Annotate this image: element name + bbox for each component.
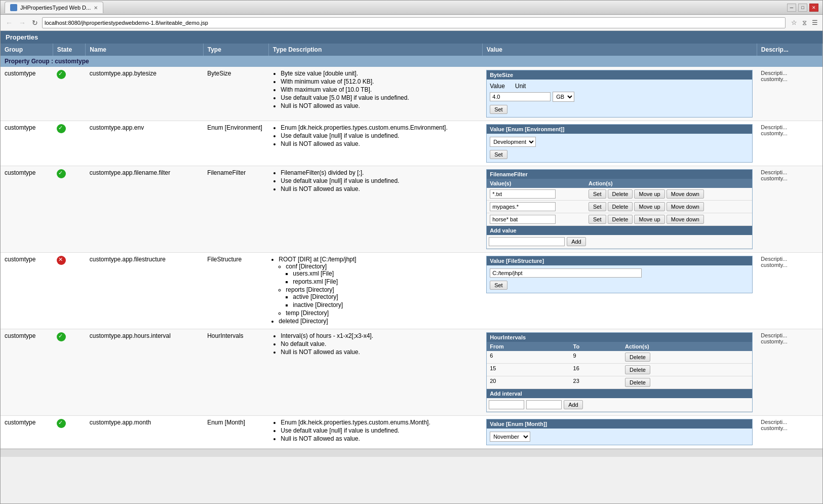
- ff-movedown-btn-2[interactable]: Move down: [667, 202, 704, 211]
- bookmark-icon[interactable]: ☆: [790, 18, 799, 28]
- cell-desc-ff: Descripti... customty...: [757, 166, 822, 253]
- ff-filter-input-2[interactable]: [490, 202, 556, 211]
- ff-add-input[interactable]: [489, 237, 565, 246]
- cell-name-bytesize: customtype.app.bytesize: [86, 67, 203, 121]
- hi-from-1: 6: [487, 351, 570, 364]
- list-item: With maximum value of [10.0 TB].: [281, 86, 478, 93]
- hi-interval-row-2: 15 16 Delete: [487, 364, 752, 376]
- table-row: customtype customtype.app.month Enum [Mo…: [1, 416, 822, 449]
- bytesize-set-button[interactable]: Set: [490, 105, 507, 114]
- col-header-desc: Descrip...: [757, 44, 822, 56]
- refresh-button[interactable]: ↻: [30, 18, 40, 28]
- list-item: ROOT [DIR] at [C:/temp/jhpt] conf [Direc…: [279, 256, 478, 317]
- hi-col-to: To: [570, 342, 622, 351]
- hi-add-cell: Add interval Add: [487, 389, 752, 412]
- env-set-button[interactable]: Set: [490, 150, 507, 159]
- cell-group-hi: customtype: [1, 329, 53, 416]
- ff-filter-input-1[interactable]: [490, 189, 556, 199]
- minimize-button[interactable]: ─: [787, 4, 796, 12]
- hi-col-actions: Action(s): [622, 342, 752, 351]
- ff-widget: FilenameFilter Value(s) Action(s): [486, 169, 753, 249]
- month-select[interactable]: November January February March April Ma…: [490, 432, 530, 442]
- cell-group-month: customtype: [1, 416, 53, 449]
- desc-text2: customty...: [761, 262, 818, 268]
- fs-widget: Value [FileStructure] Set: [486, 256, 753, 293]
- ff-delete-btn-3[interactable]: Delete: [608, 215, 633, 224]
- ff-set-btn-3[interactable]: Set: [589, 215, 606, 224]
- properties-header: Properties: [1, 31, 822, 44]
- bytesize-value-label: Value: [490, 83, 505, 90]
- fs-widget-body: Set: [487, 265, 752, 293]
- nav-bar: ← → ↻ ☆ ⧖ ☰: [1, 15, 822, 31]
- list-item: Use default value [null] if value is und…: [281, 132, 478, 139]
- close-button[interactable]: ✕: [809, 4, 818, 12]
- cell-group-fs: customtype: [1, 253, 53, 329]
- ff-widget-title: FilenameFilter: [487, 170, 752, 179]
- extensions-icon[interactable]: ⧖: [801, 18, 808, 28]
- ff-movedown-btn-1[interactable]: Move down: [667, 189, 704, 199]
- state-icon-green: [57, 332, 66, 341]
- hi-to-input[interactable]: [526, 400, 562, 409]
- list-item: Use default value [5.0 MB] if value is u…: [281, 94, 478, 101]
- hi-from-input[interactable]: [489, 400, 524, 409]
- ff-add-button[interactable]: Add: [567, 237, 586, 246]
- bytesize-widget-body: Value Unit GB KB MB: [487, 80, 752, 117]
- cell-type-ff: FilenameFilter: [203, 166, 268, 253]
- ff-filter-input-3[interactable]: [490, 215, 556, 224]
- ff-movedown-btn-3[interactable]: Move down: [667, 215, 704, 224]
- table-row: customtype customtype.app.bytesize ByteS…: [1, 67, 822, 121]
- ff-moveup-btn-2[interactable]: Move up: [634, 202, 664, 211]
- cell-state-bytesize: [53, 67, 86, 121]
- back-button[interactable]: ←: [4, 18, 15, 28]
- month-widget-body: November January February March April Ma…: [487, 429, 752, 445]
- ff-moveup-btn-1[interactable]: Move up: [634, 189, 664, 199]
- hi-interval-row-1: 6 9 Delete: [487, 351, 752, 364]
- cell-type-bytesize: ByteSize: [203, 67, 268, 121]
- ff-delete-btn-2[interactable]: Delete: [608, 202, 633, 211]
- cell-state-hi: [53, 329, 86, 416]
- col-header-name: Name: [86, 44, 203, 56]
- ff-set-btn-2[interactable]: Set: [589, 202, 606, 211]
- cell-type-fs: FileStructure: [203, 253, 268, 329]
- ff-set-btn-1[interactable]: Set: [589, 189, 606, 199]
- fs-value-input[interactable]: [490, 268, 642, 278]
- env-select[interactable]: Development Test Production: [490, 137, 536, 147]
- bytesize-unit-select[interactable]: GB KB MB TB: [553, 92, 574, 102]
- hi-interval-row-3: 20 23 Delete: [487, 376, 752, 389]
- hi-delete-btn-3[interactable]: Delete: [625, 378, 650, 387]
- ff-filter-row-1: Set Delete Move up Move down: [487, 188, 752, 201]
- bytesize-value-input[interactable]: [490, 92, 551, 101]
- horizontal-scrollbar[interactable]: [1, 449, 822, 457]
- hi-add-button[interactable]: Add: [564, 400, 583, 409]
- cell-typedesc-fs: ROOT [DIR] at [C:/temp/jhpt] conf [Direc…: [268, 253, 482, 329]
- cell-typedesc-bytesize: Byte size value [double unit]. With mini…: [268, 67, 482, 121]
- month-widget: Value [Enum [Month]] November January Fe…: [486, 419, 753, 445]
- fs-set-button[interactable]: Set: [490, 281, 507, 290]
- title-bar: JHPropertiesTyped Web D... ✕ ─ □ ✕: [1, 1, 822, 15]
- hi-delete-btn-2[interactable]: Delete: [625, 365, 650, 374]
- hi-add-label: Add interval: [487, 389, 752, 398]
- state-icon-green: [57, 419, 66, 428]
- page-content: Properties Group State Name Type Type De…: [1, 31, 822, 504]
- menu-icon[interactable]: ☰: [810, 18, 819, 28]
- maximize-button[interactable]: □: [798, 4, 807, 12]
- state-icon-red: [57, 256, 66, 265]
- desc-text: Descripti...: [761, 332, 818, 338]
- col-header-typedesc: Type Description: [268, 44, 482, 56]
- forward-button[interactable]: →: [17, 18, 28, 28]
- tab-close-icon[interactable]: ✕: [94, 5, 98, 11]
- address-bar[interactable]: [42, 17, 786, 28]
- ff-moveup-btn-3[interactable]: Move up: [634, 215, 664, 224]
- list-item: Null is NOT allowed as value.: [281, 435, 478, 442]
- env-widget-title: Value [Enum [Environment]]: [487, 125, 752, 134]
- state-icon-green: [57, 124, 66, 133]
- table-row: customtype customtype.app.filestructure …: [1, 253, 822, 329]
- ff-add-section: Add value Add: [487, 226, 752, 249]
- hi-delete-btn-1[interactable]: Delete: [625, 353, 650, 362]
- hi-from-3: 20: [487, 376, 570, 389]
- ff-filter-row-2: Set Delete Move up Move down: [487, 201, 752, 213]
- list-item: reports.xml [File]: [293, 278, 478, 285]
- browser-tab[interactable]: JHPropertiesTyped Web D... ✕: [5, 2, 103, 13]
- ff-delete-btn-1[interactable]: Delete: [608, 189, 633, 199]
- cell-value-bytesize: ByteSize Value Unit GB: [482, 67, 757, 121]
